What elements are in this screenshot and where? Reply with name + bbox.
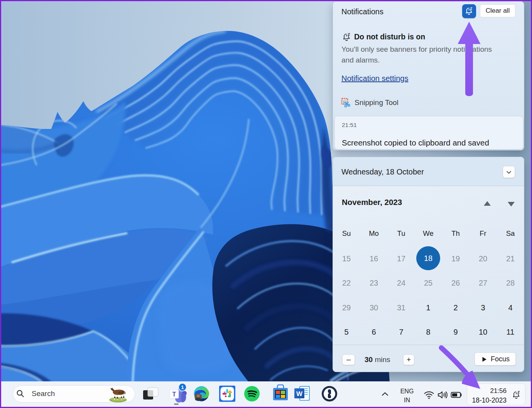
svg-text:z: z bbox=[515, 391, 517, 395]
svg-text:Z: Z bbox=[470, 7, 473, 10]
svg-text:z: z bbox=[468, 8, 470, 11]
svg-text:Z: Z bbox=[517, 390, 520, 394]
svg-text:1: 1 bbox=[181, 384, 184, 390]
svg-text:T: T bbox=[172, 391, 176, 398]
svg-text:z: z bbox=[346, 34, 347, 37]
svg-text:W: W bbox=[296, 390, 303, 398]
svg-text:Z: Z bbox=[348, 32, 350, 36]
